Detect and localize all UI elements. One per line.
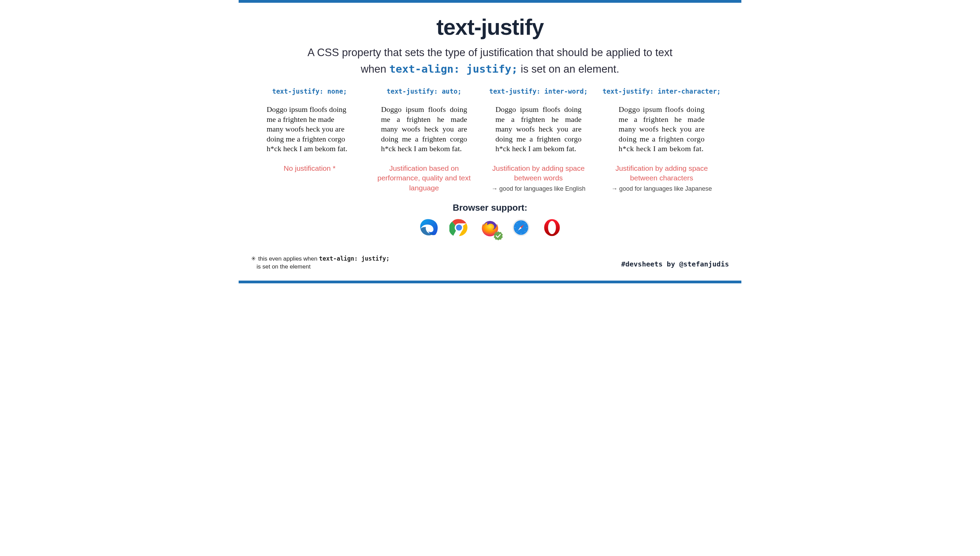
- footnote-code: text-align: justify;: [319, 255, 390, 262]
- examples-grid: text-justify: none; Doggo ipsum floofs d…: [239, 77, 741, 193]
- sample-auto: Doggo ipsum floofs doing me a frighten h…: [381, 105, 467, 154]
- caption-inter-character: Justification by adding space between ch…: [603, 163, 721, 183]
- sample-inter-character: Doggo ipsum floofs doing me a frighten h…: [618, 105, 705, 154]
- col-head-none: text-justify: none;: [259, 87, 360, 95]
- col-head-inter-word: text-justify: inter-word;: [488, 87, 589, 95]
- edge-icon: [418, 218, 438, 237]
- safari-icon: [511, 218, 530, 237]
- subtitle-code: text-align: justify;: [389, 63, 517, 75]
- col-auto: text-justify: auto; Doggo ipsum floofs d…: [374, 87, 474, 193]
- footnote-lead: this even applies when: [258, 255, 319, 262]
- opera-icon: [542, 218, 562, 237]
- footnote-tail: is set on the element: [257, 263, 310, 271]
- subtitle: A CSS property that sets the type of jus…: [239, 45, 741, 77]
- sample-none: Doggo ipsum floofs doing me a frighten h…: [267, 105, 353, 154]
- svg-point-18: [548, 221, 556, 234]
- caption-inter-word: Justification by adding space between wo…: [488, 163, 589, 183]
- checkmark-badge-icon: [493, 231, 503, 241]
- firefox-icon: [480, 218, 500, 237]
- caption-none: No justification *: [259, 163, 360, 173]
- devsheet-card: text-justify A CSS property that sets th…: [239, 0, 741, 283]
- credit: #devsheets by @stefanjudis: [621, 260, 729, 268]
- page-title: text-justify: [239, 15, 741, 40]
- svg-marker-4: [494, 231, 503, 240]
- chrome-icon: [450, 218, 469, 237]
- subtitle-when: when: [361, 63, 390, 75]
- col-head-auto: text-justify: auto;: [374, 87, 474, 95]
- col-inter-character: text-justify: inter-character; Doggo ips…: [603, 87, 721, 193]
- browser-icons-row: [239, 218, 741, 237]
- col-head-inter-character: text-justify: inter-character;: [603, 87, 721, 95]
- footnote: ✳ this even applies when text-align: jus…: [251, 255, 390, 271]
- note-inter-character: → good for languages like Japanese: [603, 185, 721, 192]
- sample-inter-word: Doggo ipsum floofs doing me a frighten h…: [495, 105, 582, 154]
- subtitle-lead: A CSS property that sets the type of jus…: [307, 47, 673, 58]
- caption-auto: Justification based on performance, qual…: [374, 163, 474, 193]
- browser-support-label: Browser support:: [239, 202, 741, 213]
- note-inter-word: → good for languages like English: [488, 185, 589, 192]
- col-none: text-justify: none; Doggo ipsum floofs d…: [259, 87, 360, 193]
- col-inter-word: text-justify: inter-word; Doggo ipsum fl…: [488, 87, 589, 193]
- footnote-star: ✳: [251, 255, 257, 263]
- subtitle-tail: is set on an element.: [518, 63, 619, 75]
